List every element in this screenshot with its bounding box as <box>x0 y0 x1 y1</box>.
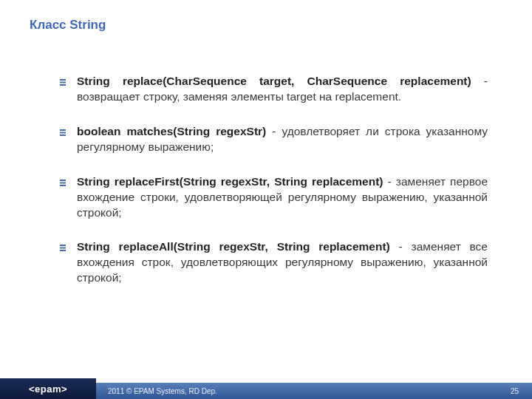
slide-title: Класс String <box>30 18 106 33</box>
content-area: String replace(CharSequence target, Char… <box>59 74 488 305</box>
copyright-text: 2011 © EPAM Systems, RD Dep. <box>108 387 217 395</box>
svg-rect-4 <box>60 132 66 133</box>
slide: Класс String String replace(CharSequence… <box>0 0 532 399</box>
list-item: String replace(CharSequence target, Char… <box>59 74 488 105</box>
svg-rect-5 <box>60 134 66 136</box>
separator: - <box>471 75 488 87</box>
page-number: 25 <box>511 387 519 395</box>
list-item-text: String replaceFirst(String regexStr, Str… <box>77 174 488 221</box>
separator: - <box>383 175 396 188</box>
method-signature: String replaceAll(String regexStr, Strin… <box>77 240 390 253</box>
separator: - <box>390 240 412 253</box>
svg-rect-2 <box>60 84 66 86</box>
bullet-icon <box>59 129 66 136</box>
footer-logo-box: <epam> <box>0 378 96 399</box>
method-signature: boolean matches(String regexStr) <box>77 125 266 137</box>
list-item: boolean matches(String regexStr) - удовл… <box>59 124 488 155</box>
svg-rect-1 <box>60 82 66 83</box>
svg-rect-10 <box>60 248 66 249</box>
svg-rect-9 <box>60 245 66 246</box>
svg-rect-7 <box>60 182 66 183</box>
list-item-text: String replace(CharSequence target, Char… <box>77 74 488 105</box>
separator: - <box>266 125 282 137</box>
svg-rect-3 <box>60 129 66 131</box>
footer-bar: 2011 © EPAM Systems, RD Dep. 25 <box>96 383 532 399</box>
list-item: String replaceAll(String regexStr, Strin… <box>59 239 488 286</box>
bullet-icon <box>59 179 66 186</box>
svg-rect-11 <box>60 250 66 251</box>
method-signature: String replace(CharSequence target, Char… <box>77 75 471 87</box>
footer: <epam> 2011 © EPAM Systems, RD Dep. 25 <box>0 378 532 399</box>
bullet-icon <box>59 78 66 86</box>
method-signature: String replaceFirst(String regexStr, Str… <box>77 175 383 188</box>
svg-rect-6 <box>60 180 66 181</box>
method-description: возвращает строку, заменяя элементы targ… <box>77 90 401 103</box>
epam-logo: <epam> <box>29 383 67 395</box>
svg-rect-8 <box>60 185 66 186</box>
list-item-text: String replaceAll(String regexStr, Strin… <box>77 239 488 286</box>
list-item: String replaceFirst(String regexStr, Str… <box>59 174 488 221</box>
list-item-text: boolean matches(String regexStr) - удовл… <box>77 124 488 155</box>
svg-rect-0 <box>60 79 66 81</box>
bullet-icon <box>59 244 66 251</box>
